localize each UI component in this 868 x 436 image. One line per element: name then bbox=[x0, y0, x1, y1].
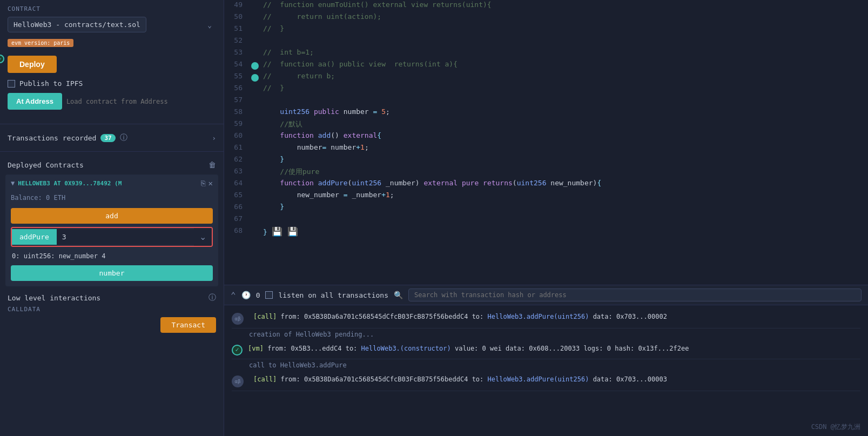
code-line: 61 number= number+1; bbox=[224, 143, 868, 155]
call-label-text: call to HelloWeb3.addPure bbox=[232, 359, 860, 371]
deploy-button[interactable]: Deploy bbox=[8, 56, 57, 73]
code-line: 52 bbox=[224, 36, 868, 48]
divider-2 bbox=[0, 151, 224, 152]
code-line: 59 //默认 bbox=[224, 119, 868, 131]
contract-instance: ▼ HELLOWEB3 AT 0X939...78492 (M ⎘ ✕ Bala… bbox=[5, 175, 218, 286]
console-area: ⌃ 🕐 0 listen on all transactions 🔍 αβ [c… bbox=[224, 285, 868, 436]
number-button[interactable]: number bbox=[11, 265, 213, 281]
code-line: 62 } bbox=[224, 155, 868, 166]
addpure-chevron-button[interactable]: ⌄ bbox=[194, 228, 212, 246]
listen-label: listen on all transactions bbox=[278, 291, 388, 299]
listen-checkbox[interactable] bbox=[265, 291, 273, 299]
low-level-title: Low level interactions bbox=[8, 294, 100, 302]
trash-icon[interactable]: 🗑 bbox=[208, 160, 216, 169]
log-entry: αβ [call] from: 0x5B38Da6a701c568545dCfc… bbox=[232, 308, 860, 328]
code-line: 68 } 💾 💾 bbox=[224, 226, 868, 238]
breakpoint-dot[interactable] bbox=[251, 74, 259, 82]
deployed-contracts-title: Deployed Contracts bbox=[8, 161, 84, 169]
contract-section: CONTRACT HelloWeb3 - contracts/text.sol … bbox=[0, 0, 224, 120]
calldata-label: CALLDATA bbox=[0, 306, 224, 315]
balance-label: Balance: 0 ETH bbox=[11, 194, 65, 202]
transact-row: Transact bbox=[0, 315, 224, 335]
clock-icon[interactable]: 🕐 bbox=[241, 291, 251, 299]
balance-row: Balance: 0 ETH bbox=[5, 192, 218, 206]
transactions-badge: 37 bbox=[100, 134, 115, 142]
add-button[interactable]: add bbox=[11, 208, 213, 224]
transactions-row[interactable]: Transactions recorded 37 ⓘ › bbox=[0, 128, 224, 148]
code-line: 60 function add() external{ bbox=[224, 131, 868, 143]
code-line: 56 // } bbox=[224, 83, 868, 95]
evm-badge: evm version: paris bbox=[8, 39, 73, 47]
code-line: 57 bbox=[224, 95, 868, 107]
code-line: 50 // return uint(action); bbox=[224, 12, 868, 24]
code-line: 63 //使用pure bbox=[224, 166, 868, 178]
log-text: [vm] from: 0x5B3...eddC4 to: HelloWeb3.(… bbox=[248, 344, 860, 353]
deploy-check-icon: ✓ bbox=[0, 55, 4, 63]
addpure-input[interactable] bbox=[57, 229, 194, 245]
code-line: 58 uint256 public number = 5; bbox=[224, 107, 868, 119]
load-contract-input[interactable] bbox=[66, 98, 216, 105]
contract-instance-name: HELLOWEB3 AT 0X939...78492 (M bbox=[18, 180, 197, 187]
pending-text: creation of HelloWeb3 pending... bbox=[232, 328, 860, 340]
log-entry: ✓ [vm] from: 0x5B3...eddC4 to: HelloWeb3… bbox=[232, 340, 860, 359]
publish-label: Publish to IPFS bbox=[19, 79, 83, 88]
code-line: 64 function addPure(uint256 _number) ext… bbox=[224, 178, 868, 190]
chevron-right-icon[interactable]: › bbox=[212, 134, 216, 142]
low-level-info-icon[interactable]: ⓘ bbox=[208, 293, 216, 303]
code-line: 65 new_number = _number+1; bbox=[224, 190, 868, 202]
contract-select-wrapper[interactable]: HelloWeb3 - contracts/text.sol bbox=[8, 17, 216, 32]
at-address-button[interactable]: At Address bbox=[8, 93, 62, 110]
addpure-button[interactable]: addPure bbox=[12, 229, 57, 245]
contract-label: CONTRACT bbox=[8, 5, 216, 12]
return-value: 0: uint256: new_number 4 bbox=[11, 250, 213, 262]
console-search-input[interactable] bbox=[408, 289, 862, 301]
transactions-label: Transactions recorded bbox=[8, 134, 96, 142]
contract-select[interactable]: HelloWeb3 - contracts/text.sol bbox=[8, 17, 146, 32]
publish-checkbox[interactable] bbox=[8, 80, 15, 88]
divider-1 bbox=[0, 124, 224, 124]
log-entry: αβ [call] from: 0x5B38Da6a701c568545dCfc… bbox=[232, 371, 860, 391]
console-count: 0 bbox=[256, 291, 260, 299]
close-icon[interactable]: ✕ bbox=[208, 179, 213, 187]
transact-button[interactable]: Transact bbox=[160, 317, 216, 333]
contract-instance-header[interactable]: ▼ HELLOWEB3 AT 0X939...78492 (M ⎘ ✕ bbox=[5, 175, 218, 192]
addpure-row: addPure ⌄ bbox=[11, 227, 213, 247]
code-line: 55 // return b; bbox=[224, 71, 868, 83]
code-line: 51 // } bbox=[224, 24, 868, 36]
code-line: 66 } bbox=[224, 202, 868, 214]
main-content: 49 // function enumToUint() external vie… bbox=[224, 0, 868, 436]
collapse-icon[interactable]: ⌃ bbox=[231, 290, 236, 300]
watermark: CSDN @忆梦九洲 bbox=[811, 422, 860, 432]
deployed-contracts-header: Deployed Contracts 🗑 bbox=[0, 155, 224, 175]
low-level-header: Low level interactions ⓘ bbox=[0, 286, 224, 306]
info-icon[interactable]: ⓘ bbox=[120, 133, 127, 143]
code-line: 53 // int b=1; bbox=[224, 48, 868, 59]
breakpoint-dot[interactable] bbox=[251, 62, 259, 70]
search-icon[interactable]: 🔍 bbox=[394, 291, 403, 299]
code-line: 54 // function aa() public view returns(… bbox=[224, 59, 868, 71]
console-toolbar: ⌃ 🕐 0 listen on all transactions 🔍 bbox=[224, 285, 868, 305]
code-line: 49 // function enumToUint() external vie… bbox=[224, 0, 868, 12]
copy-icon[interactable]: ⎘ bbox=[201, 179, 205, 187]
code-line: 67 bbox=[224, 214, 868, 226]
log-text: [call] from: 0x5B38Da6a701c568545dCfcB03… bbox=[253, 374, 860, 384]
code-area[interactable]: 49 // function enumToUint() external vie… bbox=[224, 0, 868, 285]
call-icon: αβ bbox=[232, 313, 244, 325]
success-check-icon: ✓ bbox=[232, 345, 243, 355]
at-address-row: At Address bbox=[8, 93, 216, 110]
sidebar: CONTRACT HelloWeb3 - contracts/text.sol … bbox=[0, 0, 224, 436]
call-icon-2: αβ bbox=[232, 375, 244, 387]
contract-buttons: add addPure ⌄ 0: uint256: new_number 4 n… bbox=[5, 206, 218, 286]
console-logs: αβ [call] from: 0x5B38Da6a701c568545dCfc… bbox=[224, 305, 868, 436]
log-text: [call] from: 0x5B38Da6a701c568545dCfcB03… bbox=[253, 312, 860, 321]
